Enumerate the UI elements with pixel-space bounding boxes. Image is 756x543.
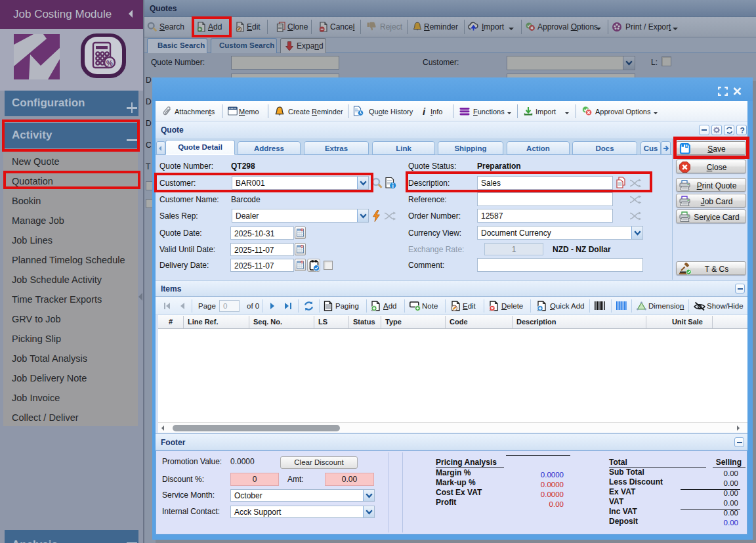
svg-text:%: % (106, 59, 113, 67)
svg-text:i: i (392, 183, 394, 189)
svg-text:i: i (423, 106, 426, 116)
